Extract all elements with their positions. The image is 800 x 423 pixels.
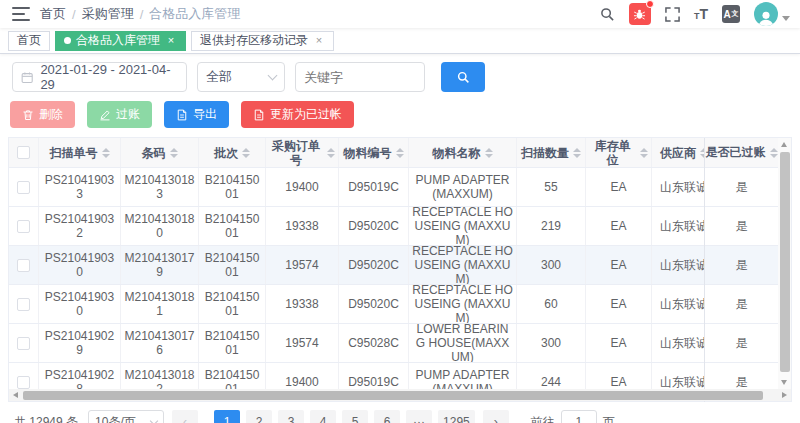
sort-icon[interactable] <box>170 148 178 158</box>
scroll-right-icon[interactable] <box>782 392 787 398</box>
table-row[interactable]: PS210419030M2104130179B21041500119574D95… <box>9 246 779 285</box>
table-row[interactable]: PS210419028M2104130182B21041500119400D95… <box>9 363 779 389</box>
tab-return-sealed-records[interactable]: 退供封存区移动记录 × <box>191 31 334 51</box>
scroll-up-icon[interactable] <box>781 142 787 147</box>
search-icon <box>457 71 470 84</box>
col-scan-no[interactable]: 扫描单号 <box>39 138 121 167</box>
tab-qualified-inbound[interactable]: 合格品入库管理 × <box>55 31 186 51</box>
vertical-scrollbar[interactable] <box>778 138 791 389</box>
cell-material-name: LOWER BEARING HOUSE(MAXXUM) <box>409 324 517 362</box>
cell-batch: B210415001 <box>199 363 266 389</box>
cell-batch: B210415001 <box>199 285 266 323</box>
fixed-posted-column: 是否已过账 是是是是是是 <box>704 138 778 402</box>
font-size-icon[interactable]: TT <box>694 6 708 22</box>
breadcrumb-purchase[interactable]: 采购管理 <box>82 5 134 23</box>
page-size-select[interactable]: 10条/页 <box>88 410 164 423</box>
close-icon[interactable]: × <box>165 35 177 47</box>
breadcrumb-home[interactable]: 首页 <box>40 5 66 23</box>
cell-scan-no: PS210419028 <box>39 363 121 389</box>
trash-icon <box>22 109 34 121</box>
table-body: PS210419033M2104130183B21041500119400D95… <box>9 168 779 389</box>
scroll-left-icon[interactable] <box>13 392 18 398</box>
col-barcode[interactable]: 条码 <box>121 138 199 167</box>
chevron-down-icon <box>782 16 790 21</box>
update-posted-button[interactable]: 更新为已过帐 <box>241 101 354 128</box>
cell-stock-unit: EA <box>586 285 652 323</box>
sort-icon[interactable] <box>573 148 581 158</box>
scrollbar-thumb[interactable] <box>780 152 790 372</box>
col-batch[interactable]: 批次 <box>199 138 266 167</box>
sidebar-toggle-icon[interactable] <box>12 7 30 21</box>
col-material-name[interactable]: 物料名称 <box>409 138 517 167</box>
horizontal-scrollbar[interactable] <box>9 389 791 401</box>
sort-icon[interactable] <box>770 148 778 158</box>
cell-scan-qty: 55 <box>517 168 586 206</box>
sort-icon[interactable] <box>640 148 648 158</box>
fullscreen-icon[interactable] <box>665 7 680 22</box>
cell-barcode: M2104130179 <box>121 246 199 284</box>
row-checkbox[interactable] <box>17 376 30 389</box>
row-checkbox[interactable] <box>17 298 30 311</box>
row-checkbox[interactable] <box>17 259 30 272</box>
table-row[interactable]: PS210419033M2104130183B21041500119400D95… <box>9 168 779 207</box>
scroll-down-icon[interactable] <box>781 380 787 385</box>
pencil-icon <box>99 109 111 121</box>
chevron-down-icon <box>150 416 158 423</box>
language-icon[interactable]: A文 <box>722 5 740 23</box>
cell-po-no: 19574 <box>266 246 339 284</box>
date-range-picker[interactable]: 2021-01-29 - 2021-04-29 <box>12 62 187 92</box>
table-row[interactable]: PS210419029M2104130176B21041500119574C95… <box>9 324 779 363</box>
cell-material-no: C95028C <box>339 324 409 362</box>
tags-view: 首页 合格品入库管理 × 退供封存区移动记录 × <box>0 28 800 54</box>
col-po-no[interactable]: 采购订单号 <box>266 138 339 167</box>
page-button-2[interactable]: 2 <box>246 410 272 423</box>
page-button-4[interactable]: 4 <box>310 410 336 423</box>
col-scan-qty[interactable]: 扫描数量 <box>517 138 586 167</box>
prev-page-button[interactable]: ‹ <box>172 410 198 423</box>
document-icon <box>253 109 265 121</box>
page-button-6[interactable]: 6 <box>374 410 400 423</box>
table-row[interactable]: PS210419032M2104130180B21041500119338D95… <box>9 207 779 246</box>
main-content: 2021-01-29 - 2021-04-29 全部 删除 过账 导出 更新为已… <box>0 54 800 423</box>
chevron-down-icon <box>268 70 278 80</box>
sort-icon[interactable] <box>327 148 335 158</box>
row-checkbox[interactable] <box>17 220 30 233</box>
cell-material-name: RECEPTACLE HOUSEING (MAXXUM) <box>409 246 517 284</box>
cell-barcode: M2104130180 <box>121 207 199 245</box>
search-icon[interactable] <box>600 7 615 22</box>
col-material-no[interactable]: 物料编号 <box>339 138 409 167</box>
close-icon[interactable]: × <box>313 35 325 47</box>
row-checkbox[interactable] <box>17 181 30 194</box>
goto-page-input[interactable] <box>561 410 597 423</box>
sort-icon[interactable] <box>396 148 404 158</box>
sort-icon[interactable] <box>102 148 110 158</box>
page-button-3[interactable]: 3 <box>278 410 304 423</box>
page-button-1295[interactable]: 1295 <box>438 410 475 423</box>
search-button[interactable] <box>441 62 485 92</box>
sort-icon[interactable] <box>242 148 250 158</box>
page-button-1[interactable]: 1 <box>214 410 240 423</box>
page-ellipsis[interactable]: ··· <box>406 410 432 423</box>
scrollbar-thumb[interactable] <box>23 391 763 400</box>
total-count: 共 12949 条 <box>14 414 78 423</box>
post-button[interactable]: 过账 <box>87 101 152 128</box>
status-select[interactable]: 全部 <box>197 62 285 92</box>
tab-label: 首页 <box>17 32 41 49</box>
keyword-input[interactable] <box>295 62 425 92</box>
user-menu[interactable] <box>754 2 790 26</box>
tab-home[interactable]: 首页 <box>8 31 50 51</box>
delete-button[interactable]: 删除 <box>10 101 75 128</box>
export-button[interactable]: 导出 <box>164 101 229 128</box>
select-all-checkbox[interactable] <box>17 146 30 159</box>
bug-report-icon[interactable] <box>629 3 651 25</box>
cell-scan-no: PS210419033 <box>39 168 121 206</box>
col-stock-unit[interactable]: 库存单位 <box>586 138 652 167</box>
sort-icon[interactable] <box>485 148 493 158</box>
page-button-5[interactable]: 5 <box>342 410 368 423</box>
cell-material-name: RECEPTACLE HOUSEING (MAXXUM) <box>409 207 517 245</box>
next-page-button[interactable]: › <box>483 410 509 423</box>
cell-is-posted: 是 <box>705 246 778 285</box>
table-row[interactable]: PS210419030M2104130181B21041500119338D95… <box>9 285 779 324</box>
col-is-posted[interactable]: 是否已过账 <box>705 138 778 168</box>
row-checkbox[interactable] <box>17 337 30 350</box>
